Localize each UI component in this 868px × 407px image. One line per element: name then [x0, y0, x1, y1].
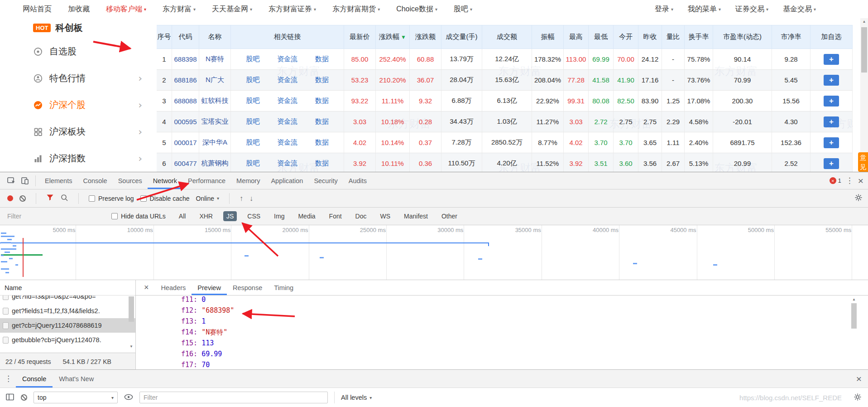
add-watchlist-button[interactable]: +	[824, 116, 839, 127]
json-line[interactable]: f14: "N赛特"	[136, 327, 868, 338]
request-item[interactable]: getbubble?cb=jQuery1124078.	[0, 333, 135, 347]
stock-related-link[interactable]: 股吧	[246, 76, 259, 84]
request-list-scrollbar[interactable]: ▼	[128, 296, 134, 349]
sidebar-item-hushen-boards[interactable]: 沪深板块 ›	[33, 118, 144, 145]
device-toolbar-icon[interactable]	[18, 176, 32, 185]
request-item[interactable]: get?cb=jQuery1124078688619	[0, 318, 135, 333]
clear-console-icon[interactable]	[21, 394, 27, 401]
stock-related-link[interactable]: 数据	[315, 138, 329, 147]
stock-related-link[interactable]: 资金流	[277, 138, 297, 147]
preview-scrollbar[interactable]: ▲	[851, 297, 857, 329]
nav-item[interactable]: 股吧 ▾	[454, 5, 472, 14]
table-header-cell[interactable]: 涨跌幅 ▼	[376, 25, 410, 49]
stock-related-link[interactable]: 资金流	[277, 97, 297, 105]
sidebar-item-watchlist[interactable]: 自选股	[33, 38, 144, 65]
table-header-cell[interactable]: 加自选 ▼	[810, 25, 853, 49]
stock-related-link[interactable]: 数据	[315, 97, 329, 105]
devtools-tab[interactable]: Application	[265, 172, 308, 189]
resource-type-filter[interactable]: Doc	[352, 211, 370, 221]
sidebar-item-featured[interactable]: 特色行情 ›	[33, 65, 144, 92]
devtools-tab[interactable]: Elements	[39, 172, 77, 189]
drawer-menu-icon[interactable]: ⋮	[5, 374, 12, 383]
add-watchlist-button[interactable]: +	[824, 54, 839, 65]
cell-stock-code[interactable]: 000595	[172, 111, 199, 132]
table-header-cell[interactable]: 最高 ▼	[564, 25, 589, 49]
cell-stock-name[interactable]: 杭萧钢构	[199, 153, 231, 172]
log-levels-selector[interactable]: All levels ▾	[334, 392, 372, 403]
disable-cache-checkbox[interactable]	[140, 195, 147, 202]
import-har-icon[interactable]: ↑	[240, 194, 243, 203]
filter-funnel-icon[interactable]	[46, 194, 54, 203]
detail-tab[interactable]: Response	[227, 280, 268, 295]
detail-tab[interactable]: Preview	[192, 280, 227, 295]
table-header-cell[interactable]: 最新价 ▼	[344, 25, 376, 49]
stock-related-link[interactable]: 股吧	[246, 97, 259, 105]
table-header-cell[interactable]: 今开 ▼	[614, 25, 638, 49]
cell-stock-name[interactable]: 虹软科技	[199, 91, 231, 111]
request-item[interactable]: get?fid=f3&pi=0&pz=40&po=	[0, 296, 135, 304]
table-header-cell[interactable]: 名称 ▼	[199, 25, 231, 49]
table-header-cell[interactable]: 最低 ▼	[589, 25, 614, 49]
drawer-tab[interactable]: What's New	[53, 370, 100, 388]
stock-related-link[interactable]: 数据	[315, 159, 329, 168]
nav-item[interactable]: 网站首页 ▾	[23, 5, 52, 14]
nav-item[interactable]: 证券交易 ▾	[735, 5, 768, 14]
stock-related-link[interactable]: 资金流	[277, 117, 297, 126]
resource-type-filter[interactable]: XHR	[196, 211, 216, 221]
table-header-cell[interactable]: 代码 ▼	[172, 25, 199, 49]
resource-type-filter[interactable]: Manifest	[401, 211, 431, 221]
network-settings-icon[interactable]	[854, 194, 868, 203]
json-line[interactable]: f15: 113	[136, 338, 868, 349]
devtools-tab[interactable]: Security	[308, 172, 343, 189]
table-header-cell[interactable]: 换手率 ▼	[685, 25, 713, 49]
nav-item[interactable]: 东方财富 ▾	[163, 5, 196, 14]
devtools-tab[interactable]: Performance	[182, 172, 231, 189]
more-options-icon[interactable]: ⋮	[846, 176, 854, 185]
resource-type-filter[interactable]: CSS	[244, 211, 264, 221]
throttling-selector[interactable]: Online ▾	[196, 195, 220, 202]
export-har-icon[interactable]: ↓	[249, 194, 253, 203]
stock-related-link[interactable]: 资金流	[277, 159, 297, 168]
json-line[interactable]: f13: 1	[136, 316, 868, 327]
inspect-element-icon[interactable]	[5, 176, 18, 185]
detail-tab[interactable]: Headers	[155, 280, 192, 295]
console-sidebar-icon[interactable]	[5, 393, 14, 402]
table-header-cell[interactable]: 昨收 ▼	[638, 25, 662, 49]
resource-type-filter[interactable]: Font	[326, 211, 345, 221]
stock-related-link[interactable]: 股吧	[246, 138, 259, 147]
table-header-cell[interactable]: 市净率 ▼	[772, 25, 810, 49]
close-detail-icon[interactable]: ×	[144, 283, 149, 292]
search-icon[interactable]	[60, 194, 68, 203]
devtools-tab[interactable]: Network	[148, 172, 182, 189]
nav-item[interactable]: 东方财富期货 ▾	[332, 5, 380, 14]
add-watchlist-button[interactable]: +	[824, 75, 839, 86]
table-header-cell[interactable]: 涨跌额 ▼	[410, 25, 441, 49]
devtools-tab[interactable]: Console	[77, 172, 112, 189]
scrollbar-thumb[interactable]	[851, 303, 857, 329]
stock-related-link[interactable]: 股吧	[246, 117, 259, 126]
console-filter-input[interactable]	[139, 392, 328, 403]
json-line[interactable]: f16: 69.99	[136, 349, 868, 359]
stock-related-link[interactable]: 数据	[315, 76, 329, 84]
network-filter-input[interactable]	[7, 213, 111, 220]
preserve-log-checkbox[interactable]	[89, 195, 95, 202]
add-watchlist-button[interactable]: +	[824, 158, 839, 169]
eye-icon[interactable]	[124, 394, 133, 402]
add-watchlist-button[interactable]: +	[824, 96, 839, 107]
cell-stock-name[interactable]: 宝塔实业	[199, 111, 231, 132]
table-header-cell[interactable]: 量比 ▼	[662, 25, 685, 49]
cell-stock-code[interactable]: 688088	[172, 91, 199, 111]
requests-name-header[interactable]: Name	[0, 280, 135, 296]
request-item[interactable]: get?fields1=f1,f2,f3,f4&fields2.	[0, 304, 135, 318]
stock-related-link[interactable]: 数据	[315, 117, 329, 126]
scroll-up-icon[interactable]: ▲	[851, 297, 857, 301]
resource-type-filter[interactable]: Media	[295, 211, 318, 221]
error-count-badge[interactable]: × 1	[830, 177, 841, 184]
nav-item[interactable]: Choice数据 ▾	[396, 5, 437, 14]
stock-related-link[interactable]: 资金流	[277, 55, 297, 63]
scroll-down-icon[interactable]: ▼	[128, 344, 134, 349]
add-watchlist-button[interactable]: +	[824, 137, 839, 148]
console-settings-icon[interactable]	[854, 393, 862, 402]
nav-item[interactable]: 登录 ▾	[655, 5, 673, 14]
nav-item[interactable]: 我的菜单 ▾	[688, 5, 721, 14]
